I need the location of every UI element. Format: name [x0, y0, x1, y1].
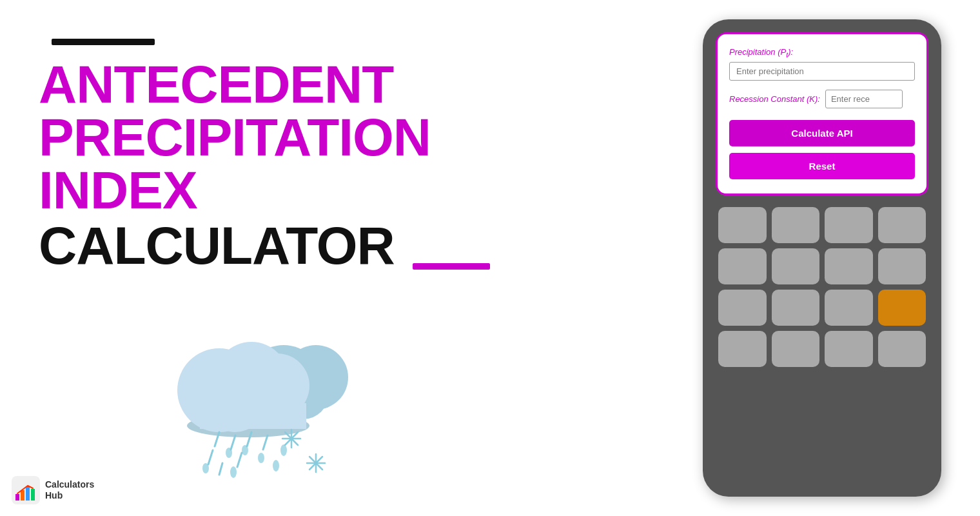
logo-name1: Calculators: [45, 479, 94, 490]
calc-screen: Precipitation (Pt): Recession Constant (…: [716, 32, 928, 195]
key-1-4[interactable]: [878, 207, 926, 243]
svg-rect-34: [26, 486, 30, 501]
key-4-1[interactable]: [718, 331, 767, 367]
cloud-illustration: [129, 284, 374, 484]
key-3-4-orange[interactable]: [878, 290, 926, 326]
svg-point-28: [273, 460, 279, 471]
svg-line-10: [231, 435, 235, 450]
key-4-2[interactable]: [772, 331, 820, 367]
purple-accent-bar: [413, 263, 490, 270]
svg-line-29: [219, 463, 222, 475]
svg-line-15: [208, 450, 213, 464]
svg-line-17: [237, 453, 242, 467]
key-2-1[interactable]: [718, 248, 767, 284]
svg-line-14: [263, 435, 268, 450]
precip-label: Precipitation (Pt):: [729, 47, 915, 59]
title-line2: PRECIPITATION INDEX: [39, 111, 413, 217]
title-line1: ANTECEDENT: [39, 58, 413, 111]
key-3-1[interactable]: [718, 290, 767, 326]
key-3-3[interactable]: [825, 290, 873, 326]
calculate-button[interactable]: Calculate API: [729, 120, 915, 146]
svg-point-18: [258, 453, 264, 463]
logo-text: Calculators Hub: [45, 479, 94, 501]
svg-rect-8: [200, 403, 306, 429]
top-bar: [52, 39, 155, 45]
precipitation-input[interactable]: [729, 62, 915, 81]
logo-icon: [12, 476, 40, 504]
key-3-2[interactable]: [772, 290, 820, 326]
calculator: Precipitation (Pt): Recession Constant (…: [703, 19, 941, 497]
svg-point-11: [226, 448, 232, 458]
title-line3: CALCULATOR: [39, 219, 413, 272]
svg-rect-35: [31, 489, 35, 501]
svg-point-13: [242, 445, 248, 455]
svg-rect-33: [21, 490, 24, 501]
recession-row: Recession Constant (K):: [729, 90, 915, 108]
svg-point-16: [202, 463, 209, 473]
key-1-1[interactable]: [718, 207, 767, 243]
key-4-3[interactable]: [825, 331, 873, 367]
recession-input[interactable]: [825, 90, 903, 108]
key-1-2[interactable]: [772, 207, 820, 243]
key-1-3[interactable]: [825, 207, 873, 243]
keypad: [716, 207, 928, 367]
key-2-4[interactable]: [878, 248, 926, 284]
logo: Calculators Hub: [12, 476, 94, 504]
key-4-4[interactable]: [878, 331, 926, 367]
key-2-2[interactable]: [772, 248, 820, 284]
key-2-3[interactable]: [825, 248, 873, 284]
logo-name2: Hub: [45, 490, 94, 501]
recession-label: Recession Constant (K):: [729, 94, 820, 104]
reset-button[interactable]: Reset: [729, 153, 915, 179]
svg-point-27: [280, 444, 287, 456]
title-area: ANTECEDENT PRECIPITATION INDEX CALCULATO…: [39, 58, 413, 272]
svg-point-30: [230, 466, 237, 478]
svg-rect-32: [15, 494, 19, 501]
